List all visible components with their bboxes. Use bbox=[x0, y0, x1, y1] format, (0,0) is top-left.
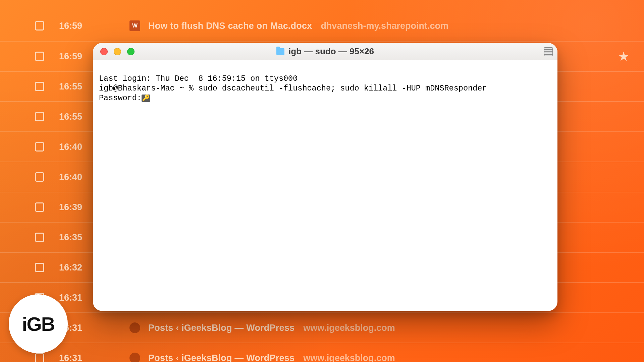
close-window-button[interactable] bbox=[100, 48, 108, 55]
terminal-line-password: Password: bbox=[99, 94, 142, 103]
igb-logo-text: iGB bbox=[22, 313, 54, 335]
history-row-title: How to flush DNS cache on Mac.docx bbox=[148, 21, 312, 31]
terminal-window[interactable]: igb — sudo — 95×26 Last login: Thu Dec 8… bbox=[93, 43, 557, 311]
word-doc-icon: W bbox=[129, 20, 140, 31]
password-key-icon: 🔑 bbox=[142, 95, 150, 102]
history-row-title: Posts ‹ iGeeksBlog — WordPress bbox=[148, 323, 294, 333]
igb-logo-badge: iGB bbox=[9, 294, 68, 353]
history-row-checkbox[interactable] bbox=[35, 21, 44, 31]
history-row-checkbox[interactable] bbox=[35, 172, 44, 182]
window-traffic-lights bbox=[100, 48, 135, 55]
history-row-checkbox[interactable] bbox=[35, 52, 44, 61]
terminal-line-login: Last login: Thu Dec 8 16:59:15 on ttys00… bbox=[99, 74, 298, 83]
wordpress-icon bbox=[129, 322, 140, 333]
history-row-checkbox[interactable] bbox=[35, 112, 44, 121]
history-row[interactable]: 16:31Posts ‹ iGeeksBlog — WordPresswww.i… bbox=[0, 312, 644, 343]
history-row-domain: www.igeeksblog.com bbox=[303, 323, 395, 333]
terminal-body[interactable]: Last login: Thu Dec 8 16:59:15 on ttys00… bbox=[93, 60, 557, 311]
history-row-time: 16:59 bbox=[59, 21, 129, 31]
star-icon[interactable]: ★ bbox=[619, 50, 629, 63]
terminal-line-command: igb@Bhaskars-Mac ~ % sudo dscacheutil -f… bbox=[99, 84, 487, 93]
history-row[interactable]: 16:31Posts ‹ iGeeksBlog — WordPresswww.i… bbox=[0, 343, 644, 362]
history-row-time: 16:31 bbox=[59, 353, 129, 362]
history-row[interactable]: 16:59WHow to flush DNS cache on Mac.docx… bbox=[0, 11, 644, 41]
history-row-checkbox[interactable] bbox=[35, 202, 44, 212]
history-row-title: Posts ‹ iGeeksBlog — WordPress bbox=[148, 353, 294, 362]
history-row-checkbox[interactable] bbox=[35, 82, 44, 91]
history-row-checkbox[interactable] bbox=[35, 353, 44, 362]
minimize-window-button[interactable] bbox=[114, 48, 121, 55]
terminal-title: igb — sudo — 95×26 bbox=[276, 46, 374, 57]
history-row-checkbox[interactable] bbox=[35, 263, 44, 272]
terminal-title-text: igb — sudo — 95×26 bbox=[288, 46, 374, 57]
folder-icon bbox=[276, 48, 284, 55]
screenshot-stage: 16:59WHow to flush DNS cache on Mac.docx… bbox=[0, 0, 644, 362]
terminal-profile-button[interactable] bbox=[544, 47, 553, 56]
history-row-time: 16:31 bbox=[59, 323, 129, 333]
history-row-checkbox[interactable] bbox=[35, 233, 44, 242]
history-row-checkbox[interactable] bbox=[35, 142, 44, 152]
wordpress-icon bbox=[129, 353, 140, 362]
history-row-domain: www.igeeksblog.com bbox=[303, 353, 395, 362]
history-row-domain: dhvanesh-my.sharepoint.com bbox=[321, 21, 448, 31]
terminal-titlebar[interactable]: igb — sudo — 95×26 bbox=[93, 43, 557, 60]
zoom-window-button[interactable] bbox=[127, 48, 135, 55]
